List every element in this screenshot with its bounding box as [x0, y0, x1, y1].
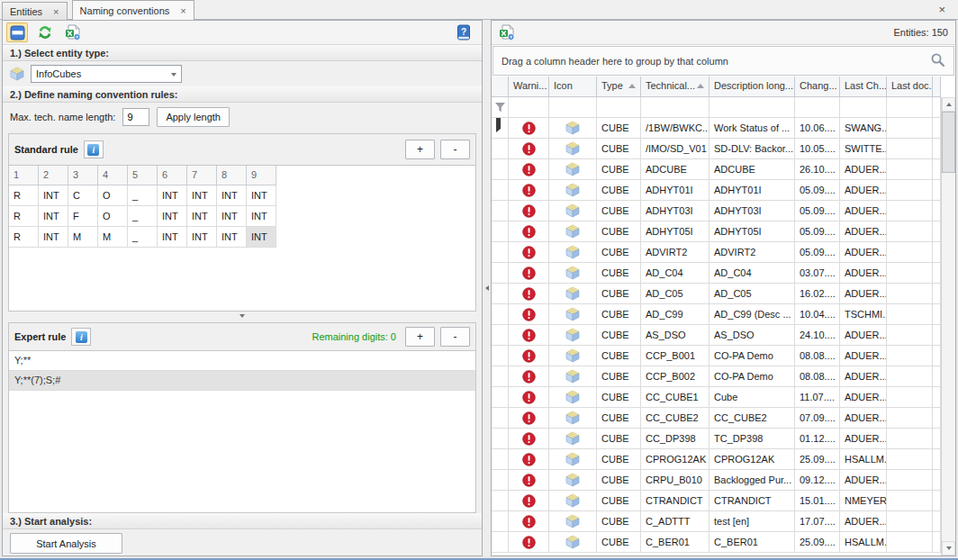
standard-rule-row[interactable]: RINTMM_INTINTINTINT — [9, 227, 475, 248]
grid-excel-export-button[interactable] — [496, 23, 518, 42]
standard-rule-column-header[interactable]: 7 — [187, 166, 217, 185]
tab-entities-close-icon[interactable]: × — [53, 7, 59, 16]
standard-rule-cell[interactable]: INT — [187, 206, 217, 227]
standard-rule-cell[interactable]: _ — [128, 206, 158, 227]
entity-row[interactable]: CUBECC_CUBE2CC_CUBE207.09....ADUER... — [492, 408, 941, 429]
entity-row[interactable]: CUBEADCUBEADCUBE26.10....ADUER... — [492, 159, 941, 180]
max-length-input[interactable] — [122, 108, 149, 126]
group-by-bar[interactable]: Drag a column header here to group by th… — [493, 46, 954, 76]
expert-rule-info-button[interactable]: i — [71, 328, 91, 346]
column-header-icon[interactable]: Icon — [549, 77, 597, 97]
standard-rule-cell[interactable]: INT — [158, 227, 187, 248]
filter-cell-changed[interactable] — [795, 97, 840, 118]
entity-row[interactable]: CUBECC_CUBE1Cube11.07....ADUER... — [492, 387, 941, 408]
filter-cell-technical[interactable] — [641, 97, 709, 118]
expert-rule-remove-button[interactable]: - — [440, 327, 470, 347]
expert-rule-row[interactable]: Y;**(7);S;# — [9, 371, 475, 391]
entity-row[interactable]: CUBEC_ADTTTtest [en]17.07....ADUER... — [492, 511, 941, 532]
standard-rule-cell[interactable]: INT — [39, 206, 68, 227]
entity-type-dropdown[interactable]: InfoCubes — [31, 65, 182, 83]
column-header-changed[interactable]: Chang... — [795, 77, 840, 97]
filter-cell-type[interactable] — [597, 97, 641, 118]
tab-naming-conventions[interactable]: Naming conventions × — [72, 0, 194, 20]
save-button[interactable] — [6, 23, 28, 42]
filter-cell-icon[interactable] — [549, 97, 597, 118]
expert-rule-add-button[interactable]: + — [405, 327, 435, 347]
help-button[interactable]: ? — [453, 23, 474, 42]
standard-rule-cell[interactable]: INT — [217, 185, 247, 206]
standard-rule-cell[interactable]: INT — [39, 227, 68, 248]
standard-rule-cell[interactable]: R — [9, 227, 39, 248]
standard-rule-row[interactable]: RINTCO_INTINTINTINT — [9, 185, 475, 206]
filter-cell-last_doc[interactable] — [887, 97, 933, 118]
standard-rule-add-button[interactable]: + — [405, 140, 435, 159]
standard-rule-cell[interactable]: F — [68, 206, 98, 227]
standard-rule-column-header[interactable]: 6 — [158, 166, 187, 185]
column-header-last_changed_by[interactable]: Last Ch... — [840, 77, 887, 97]
vertical-scrollbar[interactable] — [941, 97, 955, 555]
standard-rule-cell[interactable]: INT — [187, 227, 217, 248]
entity-row[interactable]: CUBECCP_B002CO-PA Demo08.08....ADUER... — [492, 366, 941, 387]
standard-rule-cell[interactable]: INT — [247, 227, 276, 248]
search-button[interactable] — [930, 52, 945, 69]
entity-row[interactable]: CUBEADHYT01IADHYT01I05.09....ADUER... — [492, 180, 941, 201]
standard-rule-column-header[interactable]: 5 — [128, 166, 158, 185]
standard-rule-cell[interactable]: INT — [217, 206, 247, 227]
entity-row[interactable]: CUBECTRANDICTCTRANDICT15.01....NMEYER — [492, 491, 941, 511]
standard-rule-cell[interactable]: _ — [128, 185, 158, 206]
column-header-last_doc[interactable]: Last doc. — [887, 77, 933, 97]
excel-export-button[interactable] — [62, 23, 84, 42]
standard-rule-row[interactable]: RINTFO_INTINTINTINT — [9, 206, 475, 227]
entity-row[interactable]: CUBEC_BER01C_BER0125.09....HSALLM... — [492, 532, 941, 553]
scroll-down-button[interactable] — [942, 541, 955, 555]
standard-rule-cell[interactable]: O — [98, 185, 128, 206]
standard-rule-cell[interactable]: _ — [128, 227, 158, 248]
document-close-icon[interactable]: × — [938, 4, 945, 15]
standard-rule-cell[interactable]: INT — [158, 206, 187, 227]
filter-cell-description[interactable] — [709, 97, 795, 118]
entity-row[interactable]: CUBEAD_C99AD_C99 (Desc ...10.04....TSCHM… — [492, 304, 941, 325]
start-analysis-button[interactable]: Start Analysis — [10, 533, 122, 554]
entity-row[interactable]: CUBECC_DP398TC_DP39801.12....ADUER... — [492, 429, 941, 449]
standard-rule-cell[interactable]: INT — [39, 185, 68, 206]
rule-splitter[interactable] — [3, 312, 482, 321]
entity-row[interactable]: CUBEADHYT03IADHYT03I05.09....ADUER... — [492, 201, 941, 221]
expert-rule-row[interactable]: Y;** — [9, 351, 475, 371]
standard-rule-cell[interactable]: M — [68, 227, 98, 248]
standard-rule-cell[interactable]: R — [9, 206, 39, 227]
filter-cell-warning[interactable] — [509, 97, 549, 118]
standard-rule-cell[interactable]: INT — [247, 185, 276, 206]
filter-row-indicator[interactable] — [492, 97, 509, 118]
standard-rule-cell[interactable]: INT — [217, 227, 247, 248]
column-header-warning[interactable]: Warni... — [509, 77, 549, 97]
refresh-button[interactable] — [34, 23, 56, 42]
standard-rule-cell[interactable]: C — [68, 185, 98, 206]
standard-rule-column-header[interactable]: 1 — [9, 166, 39, 185]
column-header-description[interactable]: Description long... — [709, 77, 795, 97]
standard-rule-table[interactable]: 123456789RINTCO_INTINTINTINTRINTFO_INTIN… — [9, 165, 475, 311]
standard-rule-cell[interactable]: INT — [247, 206, 276, 227]
entity-row[interactable]: CUBECRPU_B010Backlogged Pur...09.12....A… — [492, 470, 941, 491]
apply-length-button[interactable]: Apply length — [157, 107, 230, 127]
entity-row[interactable]: CUBE/1BW/BWKC...Work Status of ...10.06.… — [492, 118, 941, 139]
panel-splitter[interactable] — [483, 20, 491, 556]
standard-rule-cell[interactable]: O — [98, 206, 128, 227]
scroll-thumb[interactable] — [942, 112, 955, 173]
entity-row[interactable]: CUBEAS_DSOAS_DSO24.10....ADUER... — [492, 325, 941, 346]
standard-rule-cell[interactable]: INT — [187, 185, 217, 206]
standard-rule-column-header[interactable]: 8 — [217, 166, 247, 185]
entity-row[interactable]: CUBEADHYT05IADHYT05I05.09....ADUER... — [492, 221, 941, 242]
column-header-technical[interactable]: Technical... — [641, 77, 709, 97]
standard-rule-column-header[interactable]: 2 — [39, 166, 68, 185]
entity-row[interactable]: CUBEAD_C05AD_C0516.02....ADUER... — [492, 284, 941, 304]
entity-row[interactable]: CUBECPROG12AKCPROG12AK25.09....HSALLM... — [492, 449, 941, 470]
tab-entities[interactable]: Entities × — [2, 2, 68, 21]
filter-cell-last_changed_by[interactable] — [840, 97, 887, 118]
standard-rule-remove-button[interactable]: - — [440, 140, 470, 159]
standard-rule-cell[interactable]: INT — [158, 185, 187, 206]
entity-row[interactable]: CUBEADVIRT2ADVIRT205.09....ADUER... — [492, 242, 941, 263]
entity-row[interactable]: CUBECCP_B001CO-PA Demo08.08....ADUER... — [492, 346, 941, 366]
standard-rule-info-button[interactable]: i — [84, 140, 104, 158]
standard-rule-column-header[interactable]: 9 — [247, 166, 276, 185]
column-header-type[interactable]: Type — [597, 77, 641, 97]
